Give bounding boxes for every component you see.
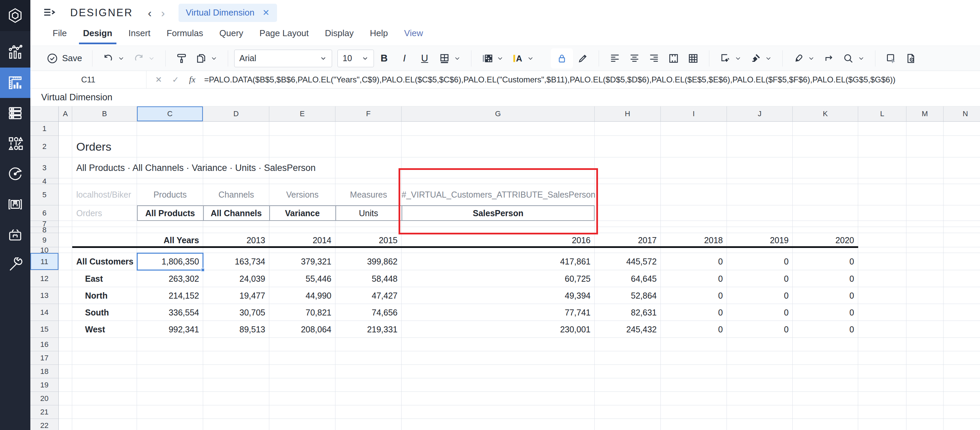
cell-M4[interactable] (907, 178, 943, 184)
cell-C17[interactable] (137, 351, 203, 365)
cell-content-G6[interactable]: SalesPerson (402, 205, 595, 221)
cell-N13[interactable] (943, 287, 980, 304)
cell-L2[interactable] (858, 136, 907, 157)
row-header-19[interactable]: 19 (30, 378, 59, 392)
cell-L22[interactable] (858, 419, 907, 430)
cell-content-E15[interactable]: 208,064 (269, 321, 336, 338)
cell-H6[interactable] (595, 205, 661, 221)
cell-L19[interactable] (858, 378, 907, 392)
cell-A17[interactable] (59, 351, 72, 365)
cell-content-C5[interactable]: Products (137, 184, 203, 205)
cell-H7[interactable] (595, 221, 661, 227)
cell-content-B6[interactable]: Orders (76, 205, 102, 221)
cell-F1[interactable] (336, 121, 402, 136)
cell-A6[interactable] (59, 205, 72, 221)
cell-G2[interactable] (402, 136, 595, 157)
cell-N14[interactable] (943, 304, 980, 321)
cell-A21[interactable] (59, 405, 72, 419)
cell-B12[interactable] (72, 270, 137, 287)
cell-J7[interactable] (727, 221, 793, 227)
cell-L4[interactable] (858, 178, 907, 184)
align-right-button[interactable] (644, 49, 664, 68)
cell-G1[interactable] (402, 121, 595, 136)
cell-A11[interactable] (59, 253, 72, 270)
cell-content-I12[interactable]: 0 (661, 270, 727, 287)
cell-K19[interactable] (793, 378, 858, 392)
cell-content-F6[interactable]: Units (336, 205, 402, 221)
cell-content-C14[interactable]: 336,554 (137, 304, 203, 321)
cell-M22[interactable] (907, 419, 943, 430)
cell-N21[interactable] (943, 405, 980, 419)
cell-content-D11[interactable]: 163,734 (203, 253, 269, 270)
row-header-1[interactable]: 1 (30, 121, 59, 136)
cell-K6[interactable] (793, 205, 858, 221)
cell-L11[interactable] (858, 253, 907, 270)
cell-N19[interactable] (943, 378, 980, 392)
cell-F21[interactable] (336, 405, 402, 419)
chevron-down-icon[interactable] (453, 55, 461, 62)
cell-J22[interactable] (727, 419, 793, 430)
cell-C2[interactable] (137, 136, 203, 157)
cell-B20[interactable] (72, 392, 137, 405)
cell-content-I14[interactable]: 0 (661, 304, 727, 321)
table-button[interactable] (683, 49, 703, 68)
bold-button[interactable]: B (374, 53, 394, 64)
chevron-down-icon[interactable] (734, 55, 742, 62)
cell-G3[interactable] (402, 157, 595, 178)
cell-content-J9[interactable]: 2019 (727, 233, 793, 247)
cell-G19[interactable] (402, 378, 595, 392)
cell-N3[interactable] (943, 157, 980, 178)
menu-item-page-layout[interactable]: Page Layout (251, 26, 317, 41)
cell-E21[interactable] (269, 405, 336, 419)
cell-content-G11[interactable]: 417,861 (402, 253, 595, 270)
cell-G21[interactable] (402, 405, 595, 419)
column-header-K[interactable]: K (793, 106, 858, 121)
cell-content-E9[interactable]: 2014 (269, 233, 336, 247)
menu-item-help[interactable]: Help (362, 26, 396, 41)
row-header-8[interactable]: 8 (30, 227, 59, 233)
cell-M1[interactable] (907, 121, 943, 136)
cell-A19[interactable] (59, 378, 72, 392)
cell-content-D15[interactable]: 89,513 (203, 321, 269, 338)
row-header-20[interactable]: 20 (30, 392, 59, 405)
cell-content-E13[interactable]: 44,990 (269, 287, 336, 304)
cell-content-H11[interactable]: 445,572 (595, 253, 661, 270)
cell-D19[interactable] (203, 378, 269, 392)
cell-content-K12[interactable]: 0 (793, 270, 858, 287)
cell-D18[interactable] (203, 365, 269, 378)
cell-C22[interactable] (137, 419, 203, 430)
cell-E2[interactable] (269, 136, 336, 157)
cell-B22[interactable] (72, 419, 137, 430)
cell-content-F15[interactable]: 219,331 (336, 321, 402, 338)
cell-D7[interactable] (203, 221, 269, 227)
cell-I1[interactable] (661, 121, 727, 136)
chevron-down-icon[interactable] (765, 55, 772, 62)
cell-N5[interactable] (943, 184, 980, 205)
tab-close-icon[interactable]: ✕ (262, 8, 270, 18)
sidebar-item-scheduler[interactable] (0, 159, 30, 189)
cell-K16[interactable] (793, 338, 858, 351)
cell-content-F9[interactable]: 2015 (336, 233, 402, 247)
cell-F10[interactable] (336, 247, 402, 253)
cell-H16[interactable] (595, 338, 661, 351)
cell-I10[interactable] (661, 247, 727, 253)
cell-A9[interactable] (59, 233, 72, 247)
column-header-I[interactable]: I (661, 106, 727, 121)
cell-content-H15[interactable]: 245,432 (595, 321, 661, 338)
cell-G17[interactable] (402, 351, 595, 365)
cell-A12[interactable] (59, 270, 72, 287)
cell-N16[interactable] (943, 338, 980, 351)
highlight-pen-button[interactable] (789, 49, 819, 68)
cell-content-E5[interactable]: Versions (269, 184, 336, 205)
cell-content-G5[interactable]: #_VIRTUAL_Customers_ATTRIBUTE_SalesPerso… (402, 184, 595, 205)
cell-I4[interactable] (661, 178, 727, 184)
cell-F18[interactable] (336, 365, 402, 378)
cell-B7[interactable] (72, 221, 137, 227)
cell-F20[interactable] (336, 392, 402, 405)
cell-D1[interactable] (203, 121, 269, 136)
cell-N22[interactable] (943, 419, 980, 430)
cell-content-B15[interactable]: West (85, 321, 105, 338)
cell-L12[interactable] (858, 270, 907, 287)
cell-E8[interactable] (269, 227, 336, 233)
cell-I7[interactable] (661, 221, 727, 227)
